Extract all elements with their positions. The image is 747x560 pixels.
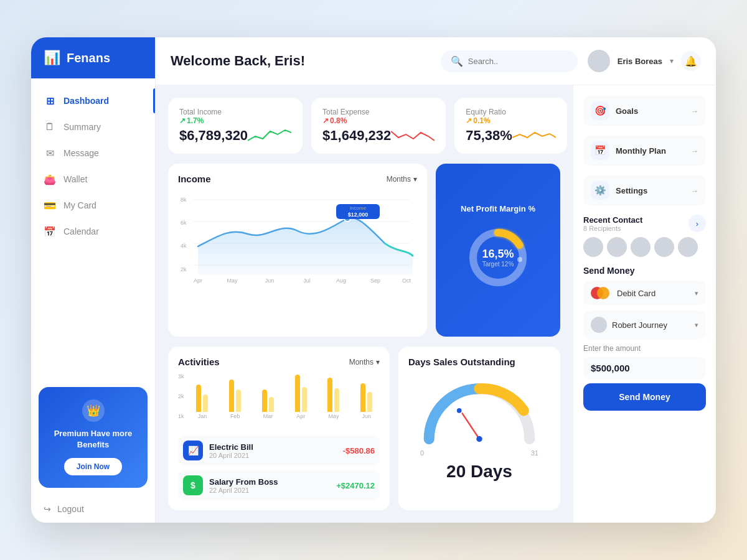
debit-card-dropdown[interactable]: Debit Card ▾ xyxy=(583,281,706,306)
amount-label: Enter the amount xyxy=(583,344,706,353)
svg-point-24 xyxy=(476,436,482,442)
logout-label: Logout xyxy=(57,504,84,514)
donut-value: 16,5% xyxy=(482,248,514,261)
svg-point-22 xyxy=(517,257,522,262)
activity-amount: +$2470.12 xyxy=(336,481,375,490)
header: Welcome Back, Eris! 🔍 Eris Boreas ▾ 🔔 xyxy=(156,37,716,85)
activity-list: 📈 Electric Bill 20 April 2021 -$580.86 $ xyxy=(178,436,380,500)
svg-text:May: May xyxy=(227,278,238,284)
amount-input[interactable] xyxy=(591,363,712,373)
chevron-down-icon[interactable]: ▾ xyxy=(670,57,674,65)
svg-text:2k: 2k xyxy=(181,266,187,273)
expense-mini-chart xyxy=(391,125,435,144)
svg-text:Oct: Oct xyxy=(402,278,411,284)
wallet-icon: 👛 xyxy=(44,173,56,185)
sidebar-nav: ⊞ Dashboard 🗒 Summary ✉ Message 👛 Wallet… xyxy=(31,78,155,380)
gauge-area: 0 31 20 Days xyxy=(408,372,550,482)
send-money-section-title: Send Money xyxy=(583,266,706,276)
activities-dropdown[interactable]: Months ▾ xyxy=(349,358,380,366)
premium-title: Premium Have more Benefits xyxy=(49,428,138,450)
equity-mini-chart xyxy=(512,125,556,144)
goals-arrow: → xyxy=(690,106,698,116)
donut-target: Target 12% xyxy=(482,261,514,268)
svg-point-25 xyxy=(456,408,463,414)
activity-amount: -$580.86 xyxy=(343,446,375,455)
sidebar-item-dashboard[interactable]: ⊞ Dashboard xyxy=(31,88,155,113)
sidebar-item-wallet[interactable]: 👛 Wallet xyxy=(31,167,155,192)
bell-icon[interactable]: 🔔 xyxy=(681,51,701,71)
sidebar-item-mycard[interactable]: 💳 My Card xyxy=(31,193,155,218)
stat-value: $1,649,232 xyxy=(322,128,391,144)
net-profit-title: Net Profit Margin % xyxy=(461,204,535,213)
mycard-icon: 💳 xyxy=(44,199,56,212)
chart-row: Income Months ▾ 8k 6k 4k 2k xyxy=(168,164,560,337)
recent-contact-section: Recent Contact 8 Recipients › xyxy=(583,215,706,257)
search-input[interactable] xyxy=(468,57,568,66)
calendar-icon: 📅 xyxy=(44,225,56,238)
stat-label: Equity Ratio xyxy=(466,108,556,116)
page-title: Welcome Back, Eris! xyxy=(171,53,431,69)
stat-label: Total Income xyxy=(179,108,291,116)
stat-cards: Total Income ↗ 1.7% $6,789,320 xyxy=(168,98,560,154)
months-dropdown[interactable]: Months ▾ xyxy=(387,175,417,184)
gauge-label-left: 0 xyxy=(420,449,424,457)
logout-icon: ↪ xyxy=(44,504,51,514)
svg-text:Jul: Jul xyxy=(303,278,311,284)
sidebar-item-summary[interactable]: 🗒 Summary xyxy=(31,114,155,139)
bottom-row: Activities Months ▾ 3k 2k 1k xyxy=(168,347,560,510)
stat-change: ↗ 0.1% xyxy=(466,116,490,125)
monthly-plan-menu-item[interactable]: 📅 Monthly Plan → xyxy=(583,135,706,166)
income-chart-card: Income Months ▾ 8k 6k 4k 2k xyxy=(168,164,427,337)
sidebar-item-label: Message xyxy=(63,148,99,158)
settings-menu-item[interactable]: ⚙️ Settings → xyxy=(583,175,706,206)
stat-change: ↗ 1.7% xyxy=(179,116,204,125)
activity-date: 22 April 2021 xyxy=(209,487,330,494)
list-item: $ Salary From Boss 22 April 2021 +$2470.… xyxy=(178,470,380,500)
bar-group-jun: Jun xyxy=(353,383,380,419)
right-panel: 🎯 Goals → 📅 Monthly Plan → ⚙️ Settings → xyxy=(573,85,716,523)
list-item: 📈 Electric Bill 20 April 2021 -$580.86 xyxy=(178,436,380,465)
contact-avatars xyxy=(583,237,706,257)
contact-avatar xyxy=(583,237,603,257)
goals-icon: 🎯 xyxy=(591,101,609,120)
sidebar-item-calendar[interactable]: 📅 Calendar xyxy=(31,219,155,244)
stat-change: ↗ 0.8% xyxy=(322,116,347,125)
donut-chart: 16,5% Target 12% xyxy=(464,223,532,292)
join-now-button[interactable]: Join Now xyxy=(64,458,122,475)
gauge-label-right: 31 xyxy=(531,449,538,457)
send-money-button[interactable]: Send Money xyxy=(583,383,706,411)
sidebar-item-message[interactable]: ✉ Message xyxy=(31,141,155,166)
sidebar-item-label: Wallet xyxy=(63,174,87,184)
svg-text:4k: 4k xyxy=(181,243,187,249)
svg-text:Income: Income xyxy=(350,205,367,211)
body-area: Total Income ↗ 1.7% $6,789,320 xyxy=(156,85,716,523)
activity-name: Electric Bill xyxy=(209,442,337,452)
bar-group-jan: Jan xyxy=(189,385,216,419)
net-profit-card: Net Profit Margin % xyxy=(436,164,560,337)
search-bar[interactable]: 🔍 xyxy=(441,50,578,72)
activities-card: Activities Months ▾ 3k 2k 1k xyxy=(168,347,390,510)
settings-icon: ⚙️ xyxy=(591,181,609,200)
dashboard-icon: ⊞ xyxy=(44,95,56,107)
income-mini-chart xyxy=(248,125,291,144)
monthly-plan-arrow: → xyxy=(690,146,698,156)
contact-arrow[interactable]: › xyxy=(688,215,706,232)
settings-arrow: → xyxy=(690,186,698,195)
activities-title: Activities xyxy=(178,357,220,367)
recipient-dropdown[interactable]: Robert Journey ▾ xyxy=(583,310,706,339)
sidebar-item-label: My Card xyxy=(63,200,96,210)
svg-text:8k: 8k xyxy=(181,197,187,203)
dashboard-main: Total Income ↗ 1.7% $6,789,320 xyxy=(156,85,573,523)
stat-value: 75,38% xyxy=(466,128,512,144)
logout-item[interactable]: ↪ Logout xyxy=(31,495,155,523)
income-line-chart: 8k 6k 4k 2k xyxy=(178,190,417,284)
recent-contact-title: Recent Contact xyxy=(583,215,642,225)
debit-card-label: Debit Card xyxy=(617,289,690,298)
goals-menu-item[interactable]: 🎯 Goals → xyxy=(583,95,706,126)
send-money-section: Send Money Debit Card ▾ Robert Journey ▾ xyxy=(583,266,706,411)
activity-icon: 📈 xyxy=(183,441,203,460)
user-area: Eris Boreas ▾ 🔔 xyxy=(588,50,701,72)
svg-text:$12,000: $12,000 xyxy=(348,212,369,218)
activity-name: Salary From Boss xyxy=(209,477,330,487)
sidebar-item-label: Summary xyxy=(63,122,101,132)
